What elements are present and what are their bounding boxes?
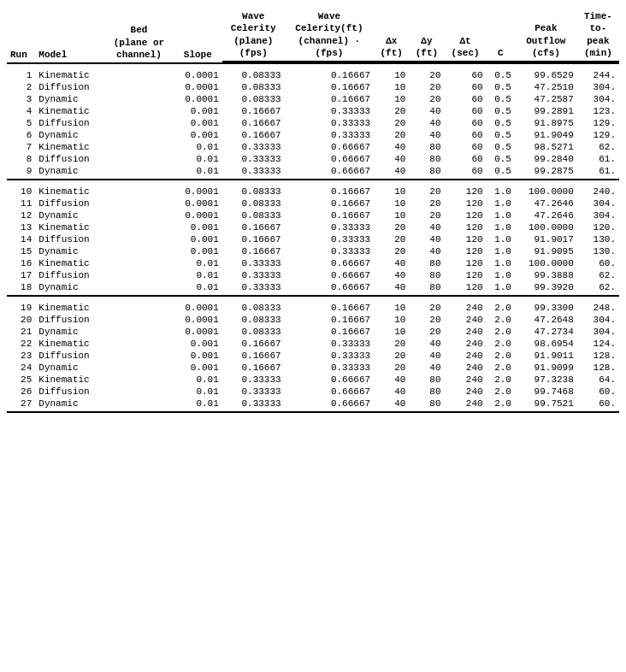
cell-6: 40 xyxy=(374,374,409,386)
table-row: 4Kinematic0.0010.166670.333332040600.599… xyxy=(7,105,619,117)
cell-7: 80 xyxy=(409,141,444,153)
cell-5: 0.33333 xyxy=(285,129,374,141)
cell-5: 0.66667 xyxy=(285,153,374,165)
table-row: 14Diffusion0.0010.166670.3333320401201.0… xyxy=(7,233,619,245)
cell-5: 0.66667 xyxy=(285,141,374,153)
cell-9: 2.0 xyxy=(487,398,515,410)
cell-7: 40 xyxy=(409,362,444,374)
cell-1: Diffusion xyxy=(35,153,104,165)
cell-8: 240 xyxy=(445,338,487,350)
cell-10: 98.6954 xyxy=(515,338,577,350)
cell-4: 0.08333 xyxy=(222,93,285,105)
cell-5: 0.33333 xyxy=(285,350,374,362)
cell-10: 97.3238 xyxy=(515,374,577,386)
cell-10: 98.5271 xyxy=(515,141,577,153)
cell-4: 0.08333 xyxy=(222,186,285,197)
cell-2 xyxy=(104,281,174,293)
cell-10: 99.3300 xyxy=(515,302,577,314)
cell-7: 80 xyxy=(409,281,444,293)
cell-8: 240 xyxy=(445,386,487,398)
cell-4: 0.33333 xyxy=(222,257,285,269)
cell-2 xyxy=(104,233,174,245)
cell-9: 2.0 xyxy=(487,302,515,314)
cell-8: 240 xyxy=(445,326,487,338)
cell-8: 120 xyxy=(445,281,487,293)
cell-4: 0.08333 xyxy=(222,69,285,81)
cell-6: 40 xyxy=(374,153,409,165)
cell-4: 0.33333 xyxy=(222,386,285,398)
cell-1: Kinematic xyxy=(35,141,104,153)
cell-9: 1.0 xyxy=(487,257,515,269)
table-row: 13Kinematic0.0010.166670.3333320401201.0… xyxy=(7,221,619,233)
cell-0: 16 xyxy=(7,257,35,269)
cell-11: 304. xyxy=(577,81,619,93)
cell-11: 60. xyxy=(577,257,619,269)
cell-4: 0.33333 xyxy=(222,165,285,177)
cell-3: 0.001 xyxy=(174,245,222,257)
cell-1: Diffusion xyxy=(35,233,104,245)
cell-1: Dynamic xyxy=(35,281,104,293)
cell-2 xyxy=(104,117,174,129)
cell-9: 0.5 xyxy=(487,165,515,177)
cell-8: 240 xyxy=(445,374,487,386)
cell-3: 0.0001 xyxy=(174,326,222,338)
cell-2 xyxy=(104,81,174,93)
col-dt: Δt(sec) xyxy=(445,9,487,62)
cell-0: 20 xyxy=(7,314,35,326)
cell-1: Dynamic xyxy=(35,165,104,177)
table-row: 18Dynamic0.010.333330.6666740801201.099.… xyxy=(7,281,619,293)
cell-8: 120 xyxy=(445,245,487,257)
cell-9: 2.0 xyxy=(487,362,515,374)
cell-5: 0.33333 xyxy=(285,221,374,233)
cell-9: 1.0 xyxy=(487,233,515,245)
cell-11: 62. xyxy=(577,141,619,153)
cell-3: 0.0001 xyxy=(174,209,222,221)
cell-4: 0.33333 xyxy=(222,153,285,165)
cell-0: 1 xyxy=(7,69,35,81)
cell-5: 0.16667 xyxy=(285,186,374,197)
cell-7: 80 xyxy=(409,374,444,386)
cell-9: 2.0 xyxy=(487,338,515,350)
cell-6: 40 xyxy=(374,281,409,293)
table-row: 21Dynamic0.00010.083330.1666710202402.04… xyxy=(7,326,619,338)
cell-6: 10 xyxy=(374,69,409,81)
cell-11: 60. xyxy=(577,398,619,410)
cell-11: 61. xyxy=(577,165,619,177)
cell-2 xyxy=(104,129,174,141)
cell-2 xyxy=(104,93,174,105)
cell-2 xyxy=(104,197,174,209)
cell-0: 3 xyxy=(7,93,35,105)
cell-2 xyxy=(104,326,174,338)
cell-2 xyxy=(104,165,174,177)
cell-9: 1.0 xyxy=(487,209,515,221)
cell-4: 0.16667 xyxy=(222,233,285,245)
cell-2 xyxy=(104,314,174,326)
cell-9: 2.0 xyxy=(487,386,515,398)
cell-11: 60. xyxy=(577,386,619,398)
cell-9: 1.0 xyxy=(487,186,515,197)
header-row: Run Model Bed(plane orchannel) Slope Wav… xyxy=(7,9,619,62)
cell-7: 20 xyxy=(409,209,444,221)
cell-5: 0.33333 xyxy=(285,338,374,350)
table-row: 9Dynamic0.010.333330.666674080600.599.28… xyxy=(7,165,619,177)
cell-4: 0.33333 xyxy=(222,141,285,153)
cell-4: 0.08333 xyxy=(222,314,285,326)
cell-7: 80 xyxy=(409,386,444,398)
cell-6: 10 xyxy=(374,197,409,209)
cell-5: 0.16667 xyxy=(285,93,374,105)
cell-3: 0.01 xyxy=(174,153,222,165)
cell-10: 47.2646 xyxy=(515,209,577,221)
cell-1: Diffusion xyxy=(35,386,104,398)
table-row: 22Kinematic0.0010.166670.3333320402402.0… xyxy=(7,338,619,350)
cell-5: 0.16667 xyxy=(285,81,374,93)
cell-0: 9 xyxy=(7,165,35,177)
cell-10: 99.7468 xyxy=(515,386,577,398)
cell-9: 0.5 xyxy=(487,117,515,129)
cell-10: 99.2875 xyxy=(515,165,577,177)
cell-1: Diffusion xyxy=(35,269,104,281)
cell-3: 0.001 xyxy=(174,338,222,350)
cell-5: 0.16667 xyxy=(285,209,374,221)
cell-1: Diffusion xyxy=(35,81,104,93)
cell-0: 6 xyxy=(7,129,35,141)
cell-2 xyxy=(104,245,174,257)
